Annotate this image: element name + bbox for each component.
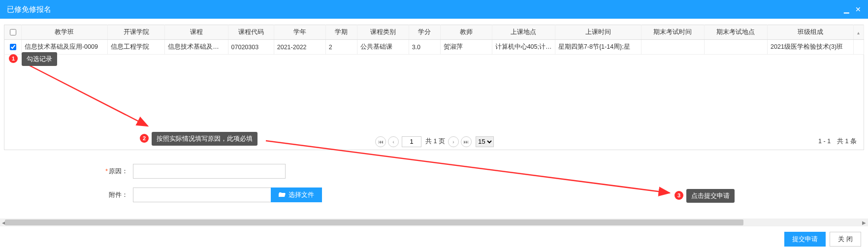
column-header[interactable]: 教学班 xyxy=(21,25,107,40)
column-header[interactable]: 教师 xyxy=(440,25,492,40)
table-cell: 信息技术基础及应用 xyxy=(165,40,228,55)
column-header[interactable]: 开课学院 xyxy=(107,25,165,40)
table-cell: 2021-2022 xyxy=(274,40,325,55)
table-empty-area xyxy=(4,55,864,133)
pager: ⏮ ‹ 共 1 页 › ⏭ 15 1 - 1 共 1 条 xyxy=(4,133,864,150)
column-header[interactable]: 课程类别 xyxy=(357,25,409,40)
column-header[interactable]: 上课时间 xyxy=(555,25,641,40)
select-all-checkbox[interactable] xyxy=(10,29,16,35)
table-cell: 2 xyxy=(325,40,357,55)
table-cell: 星期四第7-8节{1-14周};星 xyxy=(555,40,641,55)
column-header[interactable]: 学分 xyxy=(409,25,440,40)
column-header[interactable]: 期末考试地点 xyxy=(704,25,767,40)
column-header[interactable]: 课程 xyxy=(165,25,228,40)
folder-open-icon xyxy=(279,191,286,199)
reason-input[interactable] xyxy=(133,164,286,179)
column-header[interactable]: 学期 xyxy=(325,25,357,40)
annotation-badge-3: 3 xyxy=(675,191,683,200)
row-checkbox[interactable] xyxy=(10,44,16,50)
attachment-label: 附件： xyxy=(10,190,133,199)
footer: 提交申请 关 闭 xyxy=(0,228,868,250)
close-button[interactable]: 关 闭 xyxy=(830,232,861,247)
submit-button[interactable]: 提交申请 xyxy=(784,232,826,247)
annotation-tip-3: 点击提交申请 xyxy=(686,189,735,203)
next-page-button[interactable]: › xyxy=(448,136,459,147)
window-title: 已修免修报名 xyxy=(7,5,51,14)
table-cell: 公共基础课 xyxy=(357,40,409,55)
scroll-right-arrow-icon[interactable]: ▶ xyxy=(860,219,868,226)
close-icon[interactable]: ✕ xyxy=(855,5,861,13)
column-header[interactable]: 班级组成 xyxy=(768,25,854,40)
first-page-button[interactable]: ⏮ xyxy=(375,136,386,147)
table-cell: 3.0 xyxy=(409,40,440,55)
annotation-tip-2: 按照实际情况填写原因，此项必填 xyxy=(152,132,257,146)
column-header[interactable]: 上课地点 xyxy=(492,25,555,40)
scroll-up-arrow-icon[interactable]: ▴ xyxy=(857,30,860,35)
scrollbar-thumb[interactable] xyxy=(5,219,743,225)
annotation-badge-1: 1 xyxy=(9,54,18,63)
column-header[interactable]: 学年 xyxy=(274,25,325,40)
page-size-select[interactable]: 15 xyxy=(476,136,494,147)
annotation-tip-1: 勾选记录 xyxy=(22,52,57,66)
reason-label: *原因： xyxy=(10,167,133,176)
table-cell: 07020303 xyxy=(228,40,274,55)
page-number-input[interactable] xyxy=(402,136,421,147)
total-pages-label: 共 1 页 xyxy=(425,137,445,146)
data-table: 教学班开课学院课程课程代码学年学期课程类别学分教师上课地点上课时间期末考试时间期… xyxy=(4,25,864,55)
annotation-badge-2: 2 xyxy=(140,134,149,143)
table-cell: 2021级医学检验技术(3)班 xyxy=(768,40,854,55)
table-cell: 计算机中心405;计算 xyxy=(492,40,555,55)
last-page-button[interactable]: ⏭ xyxy=(461,136,472,147)
titlebar: 已修免修报名 ▁ ✕ xyxy=(0,0,868,19)
attachment-display xyxy=(133,188,271,202)
table-cell: 信息工程学院 xyxy=(107,40,165,55)
table-cell: 贺淑萍 xyxy=(440,40,492,55)
table-cell xyxy=(641,40,704,55)
prev-page-button[interactable]: ‹ xyxy=(388,136,399,147)
column-header[interactable]: 期末考试时间 xyxy=(641,25,704,40)
horizontal-scrollbar[interactable]: ◀ ▶ xyxy=(0,219,868,226)
pager-summary: 1 - 1 共 1 条 xyxy=(818,137,857,146)
choose-file-button[interactable]: 选择文件 xyxy=(271,188,322,202)
column-header[interactable]: 课程代码 xyxy=(228,25,274,40)
table-cell xyxy=(704,40,767,55)
minimize-icon[interactable]: ▁ xyxy=(844,5,849,13)
